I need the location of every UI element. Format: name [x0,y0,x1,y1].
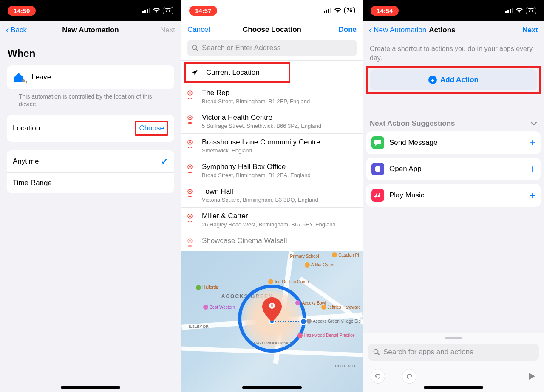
home-indicator[interactable] [61,386,120,389]
page-title: Actions [429,26,504,34]
svg-rect-6 [326,10,327,13]
location-item[interactable]: Miller & Carter26 Hagley Road West, Birm… [181,208,363,232]
status-icons: 76 [324,7,355,14]
svg-point-28 [189,191,191,192]
svg-rect-8 [330,8,332,13]
add-suggestion-button[interactable]: + [530,137,536,149]
svg-rect-44 [512,8,513,13]
signal-icon [142,8,150,13]
done-button[interactable]: Done [323,25,357,34]
location-name: Symphony Hall Box Office [202,163,311,171]
road-label: HAZELWOOD ROAD [254,341,291,345]
page-title: Choose Location [221,25,323,34]
svg-rect-42 [507,10,509,13]
current-location-label[interactable]: Current Location [206,68,260,77]
battery-icon: 77 [526,7,536,14]
back-label: Back [11,26,27,34]
status-time: 14:57 [189,6,217,16]
add-action-button[interactable]: + Add Action [370,69,537,90]
redo-button[interactable] [402,369,416,384]
when-heading: When [8,48,174,59]
home-indicator[interactable] [242,386,302,389]
status-time: 14:54 [371,6,399,16]
add-action-highlight: + Add Action [366,66,541,94]
suggestion-row[interactable]: Open App+ [366,158,541,180]
plus-circle-icon: + [428,76,437,84]
svg-rect-2 [147,9,148,13]
phone-actions: 14:54 77 ‹ New Automation Actions Next C… [363,0,544,392]
grabber[interactable] [445,337,462,339]
location-list: The RepBroad Street, Birmingham, B1 2EP,… [181,85,363,251]
play-button[interactable] [527,372,536,381]
location-item[interactable]: Brasshouse Lane Community CentreSmethwic… [181,134,363,158]
pin-icon [187,238,195,247]
svg-point-4 [22,79,25,82]
nav-bar: ‹ New Automation Actions Next [363,21,544,39]
message-icon [371,136,384,149]
road-label: ILSLEY DR [189,324,209,329]
location-name: The Rep [202,89,310,97]
time-card: Anytime ✓ Time Range [7,150,174,193]
page-title: New Automation [40,26,141,34]
poi: Hazelwood Dental Practice [298,333,355,338]
leave-row[interactable]: Leave [7,65,174,89]
choose-button[interactable]: Choose [139,124,164,132]
add-suggestion-button[interactable]: + [530,189,536,201]
location-row[interactable]: Location Choose [7,115,174,142]
bottom-search-placeholder: Search for apps and actions [383,348,473,356]
location-name: Town Hall [202,187,318,196]
svg-point-46 [374,350,378,354]
suggestion-row[interactable]: Play Music+ [366,184,541,207]
next-button[interactable]: Next [504,26,538,34]
anytime-row[interactable]: Anytime ✓ [7,150,174,173]
undo-button[interactable] [371,369,385,384]
bottom-sheet: Search for apps and actions [363,333,544,392]
poi: Acocks Green Village Bid [306,319,361,324]
poi: Caspian Pi [332,252,359,257]
location-label: Location [13,124,40,133]
location-item[interactable]: Victoria Health Centre5 Suffrage Street,… [181,109,363,134]
next-button[interactable]: Next [141,26,175,34]
back-button[interactable]: ‹ New Automation [369,25,426,35]
back-button[interactable]: ‹ Back [6,25,40,35]
check-icon: ✓ [161,156,168,166]
poi: Primary School [290,254,319,259]
location-item[interactable]: Symphony Hall Box OfficeBroad Street, Bi… [181,158,363,183]
svg-rect-41 [505,11,507,13]
suggestions-header-label: Next Action Suggestions [370,119,455,128]
search-input[interactable]: Search or Enter Address [187,40,357,56]
battery-icon: 76 [344,7,355,14]
chevron-left-icon: ‹ [369,25,372,35]
current-location-highlight: Current Location [184,62,290,83]
body: Search or Enter Address Current Location… [181,38,363,392]
map-pin-icon[interactable] [262,297,282,323]
suggestions-list: Send Message+Open App+Play Music+ [363,131,544,210]
svg-rect-45 [375,166,380,172]
wifi-icon [153,8,160,13]
cancel-button[interactable]: Cancel [187,25,221,34]
location-item[interactable]: Town HallVictoria Square, Birmingham, B3… [181,183,363,208]
bottom-search-input[interactable]: Search for apps and actions [368,344,539,361]
location-name: Miller & Carter [202,212,336,220]
body: When Leave This automation is controlled… [0,39,181,392]
suggestion-label: Open App [389,165,524,173]
svg-point-18 [188,122,192,123]
svg-point-36 [189,240,191,242]
location-arrow-icon [191,69,198,76]
suggestions-header[interactable]: Next Action Suggestions [363,102,544,131]
location-item[interactable]: Showcase Cinema Walsall [181,232,363,251]
wifi-icon [334,8,342,13]
suggestion-row[interactable]: Send Message+ [366,131,541,154]
nav-bar: Cancel Choose Location Done [181,21,363,38]
add-suggestion-button[interactable]: + [530,163,536,175]
nav-bar: ‹ Back New Automation Next [0,21,181,39]
map[interactable]: ACOCKS GREEN Primary School Caspian Pi A… [181,251,363,392]
svg-rect-5 [324,11,325,13]
timerange-row[interactable]: Time Range [7,173,174,193]
location-item[interactable]: The RepBroad Street, Birmingham, B1 2EP,… [181,85,363,109]
location-address: Broad Street, Birmingham, B1 2EP, Englan… [202,98,310,104]
home-indicator[interactable] [424,386,483,389]
status-icons: 77 [505,7,536,14]
svg-rect-0 [142,11,144,13]
poi: Attika Gyros [305,262,334,268]
